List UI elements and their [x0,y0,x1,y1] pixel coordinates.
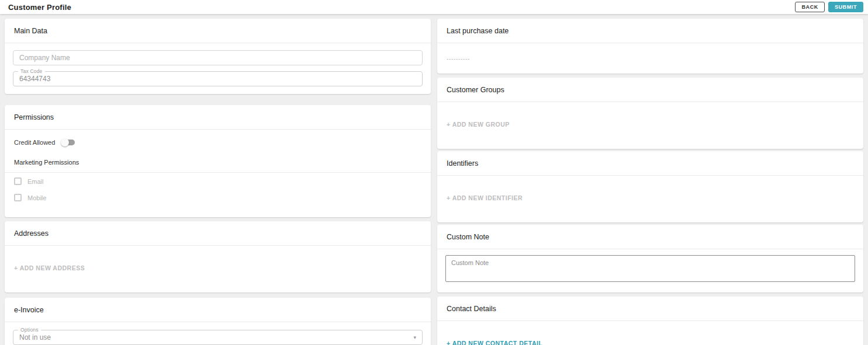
main-data-card: Main Data Tax Code [5,19,431,94]
custom-note-textarea[interactable] [445,255,855,282]
email-checkbox[interactable] [14,177,22,185]
credit-allowed-row: Credit Allowed [5,130,431,149]
add-new-contact-detail-button[interactable]: + ADD NEW CONTACT DETAIL [447,340,542,345]
addresses-card: Addresses + ADD NEW ADDRESS [5,221,431,292]
email-checkbox-row[interactable]: Email [5,173,431,189]
identifiers-body: + ADD NEW IDENTIFIER [437,176,863,222]
spacer [5,217,431,221]
permissions-card: Permissions Credit Allowed Marketing Per… [5,105,431,217]
mobile-checkbox-row[interactable]: Mobile [5,189,431,205]
tax-code-field[interactable]: Tax Code [13,71,423,86]
top-bar: Customer Profile BACK SUBMIT [0,0,868,14]
add-new-address-button[interactable]: + ADD NEW ADDRESS [14,264,85,271]
spacer [5,292,431,298]
right-column: Last purchase date ---------- Customer G… [437,19,863,345]
last-purchase-value: ---------- [447,56,470,62]
content-area: Main Data Tax Code Permissions Credit Al… [0,14,868,345]
page-title: Customer Profile [8,3,71,12]
tax-code-label: Tax Code [18,68,45,74]
customer-groups-title: Customer Groups [437,78,863,102]
left-column: Main Data Tax Code Permissions Credit Al… [5,19,431,345]
credit-allowed-toggle[interactable] [61,139,76,146]
einvoice-options-select[interactable]: Options Not in use ▾ [13,330,423,345]
spacer [5,205,431,217]
contact-details-title: Contact Details [437,297,863,321]
addresses-body: + ADD NEW ADDRESS [5,246,431,292]
submit-button[interactable]: SUBMIT [828,2,863,12]
permissions-title: Permissions [5,105,431,130]
einvoice-title: e-Invoice [5,298,431,322]
back-button[interactable]: BACK [795,2,824,12]
marketing-permissions-title: Marketing Permissions [5,149,431,173]
options-label: Options [18,327,41,333]
last-purchase-card: Last purchase date ---------- [437,19,863,74]
custom-note-title: Custom Note [437,225,863,249]
last-purchase-body: ---------- [437,43,863,74]
custom-note-body [437,249,863,292]
identifiers-title: Identifiers [437,151,863,176]
last-purchase-title: Last purchase date [437,19,863,43]
customer-groups-body: + ADD NEW GROUP [437,102,863,149]
main-data-body: Tax Code [5,43,431,94]
add-new-identifier-button[interactable]: + ADD NEW IDENTIFIER [447,194,523,201]
mobile-checkbox-label: Mobile [27,194,46,201]
einvoice-card: e-Invoice Options Not in use ▾ [5,298,431,345]
main-data-title: Main Data [5,19,431,43]
contact-details-body: + ADD NEW CONTACT DETAIL [437,321,863,345]
einvoice-body: Options Not in use ▾ [5,322,431,345]
spacer [5,94,431,105]
contact-details-card: Contact Details + ADD NEW CONTACT DETAIL [437,297,863,345]
tax-code-input[interactable] [19,75,416,83]
identifiers-card: Identifiers + ADD NEW IDENTIFIER [437,151,863,222]
spacer [437,74,863,78]
addresses-title: Addresses [5,221,431,246]
company-name-input[interactable] [13,50,423,65]
customer-groups-card: Customer Groups + ADD NEW GROUP [437,78,863,149]
credit-allowed-label: Credit Allowed [14,139,55,146]
options-selected-value: Not in use [19,333,413,341]
add-new-group-button[interactable]: + ADD NEW GROUP [447,121,510,128]
email-checkbox-label: Email [27,178,44,185]
mobile-checkbox[interactable] [14,194,22,201]
custom-note-card: Custom Note [437,225,863,292]
spacer [437,292,863,297]
chevron-down-icon: ▾ [413,334,416,340]
topbar-actions: BACK SUBMIT [795,2,863,12]
